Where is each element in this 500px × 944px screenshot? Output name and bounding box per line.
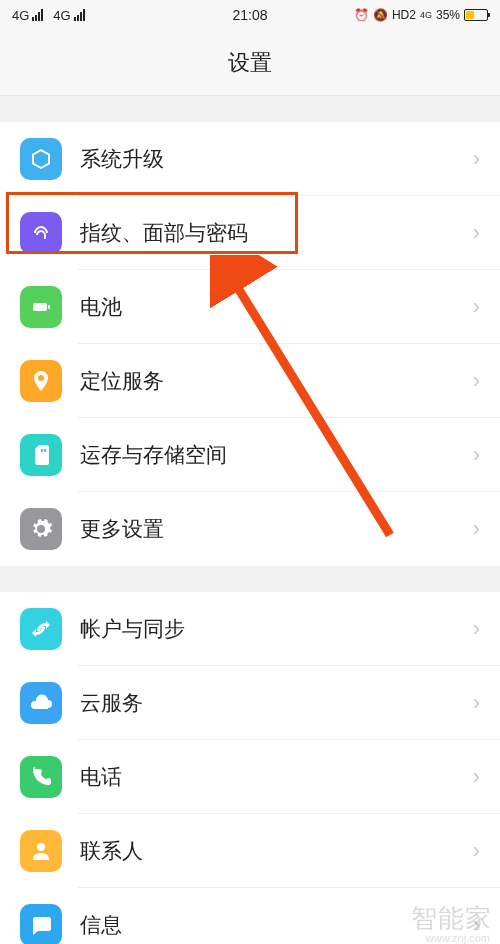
section-gap [0,96,500,122]
network-label-1: 4G [12,8,29,23]
signal-icon-2 [74,9,85,21]
row-label: 信息 [80,911,473,939]
chevron-right-icon: › [473,146,480,172]
row-label: 定位服务 [80,367,473,395]
status-right: ⏰ 🔕 HD2 4G 35% [354,8,488,22]
chevron-right-icon: › [473,616,480,642]
row-label: 更多设置 [80,515,473,543]
row-label: 运存与存储空间 [80,441,473,469]
row-label: 系统升级 [80,145,473,173]
row-battery[interactable]: 电池 › [0,270,500,344]
row-cloud-services[interactable]: 云服务 › [0,666,500,740]
sync-icon [20,608,62,650]
chevron-right-icon: › [473,294,480,320]
gear-icon [20,508,62,550]
row-contacts[interactable]: 联系人 › [0,814,500,888]
settings-group-2: 帐户与同步 › 云服务 › 电话 › 联系人 › 信息 › 相册 › [0,592,500,944]
mute-icon: 🔕 [373,8,388,22]
row-label: 帐户与同步 [80,615,473,643]
phone-icon [20,756,62,798]
row-label: 电池 [80,293,473,321]
row-account-sync[interactable]: 帐户与同步 › [0,592,500,666]
chevron-right-icon: › [473,838,480,864]
row-messages[interactable]: 信息 › [0,888,500,944]
chevron-right-icon: › [473,912,480,938]
chevron-right-icon: › [473,690,480,716]
battery-percent: 35% [436,8,460,22]
row-location-services[interactable]: 定位服务 › [0,344,500,418]
svg-rect-0 [33,303,47,311]
row-ram-storage[interactable]: 运存与存储空间 › [0,418,500,492]
chevron-right-icon: › [473,764,480,790]
status-left: 4G 4G [12,8,85,23]
row-fingerprint-face-password[interactable]: 指纹、面部与密码 › [0,196,500,270]
battery-icon [464,9,488,21]
cloud-icon [20,682,62,724]
battery-icon [20,286,62,328]
net-badge: 4G [420,10,432,20]
row-more-settings[interactable]: 更多设置 › [0,492,500,566]
fingerprint-icon [20,212,62,254]
row-label: 云服务 [80,689,473,717]
row-label: 电话 [80,763,473,791]
alarm-icon: ⏰ [354,8,369,22]
settings-group-1: 系统升级 › 指纹、面部与密码 › 电池 › 定位服务 › 运存与存储空间 › … [0,122,500,566]
row-label: 指纹、面部与密码 [80,219,473,247]
cube-icon [20,138,62,180]
chevron-right-icon: › [473,516,480,542]
chevron-right-icon: › [473,368,480,394]
signal-icon-1 [32,9,43,21]
section-gap [0,566,500,592]
row-phone[interactable]: 电话 › [0,740,500,814]
svg-point-2 [37,843,45,851]
status-time: 21:08 [232,7,267,23]
message-icon [20,904,62,944]
chevron-right-icon: › [473,442,480,468]
sd-card-icon [20,434,62,476]
location-icon [20,360,62,402]
row-system-upgrade[interactable]: 系统升级 › [0,122,500,196]
network-label-2: 4G [53,8,70,23]
svg-rect-1 [48,305,50,309]
sim-label: HD2 [392,8,416,22]
status-bar: 4G 4G 21:08 ⏰ 🔕 HD2 4G 35% [0,0,500,30]
page-title: 设置 [0,30,500,96]
person-icon [20,830,62,872]
chevron-right-icon: › [473,220,480,246]
row-label: 联系人 [80,837,473,865]
